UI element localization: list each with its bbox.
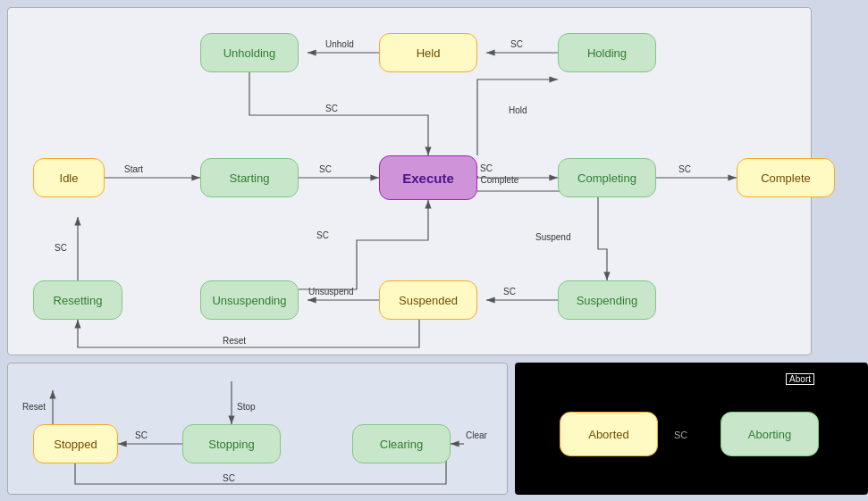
label-sc-unsuspending: SC [316,230,329,240]
label-sc-stopping: SC [135,430,147,440]
state-stopped: Stopped [33,424,118,463]
label-sc-unholding: SC [325,104,338,113]
state-aborted: Aborted [560,412,658,456]
label-clear: Clear [466,430,488,440]
main-diagram: Unhold SC SC Hold Start SC SC / Complete… [7,7,812,355]
bottom-left-diagram: Stop SC Reset SC Clear Stopped Stopping … [7,363,508,495]
state-clearing: Clearing [352,424,451,463]
state-holding: Holding [558,33,656,72]
abort-label: Abort [786,373,814,385]
state-unholding: Unholding [200,33,299,72]
state-completing: Completing [558,158,656,197]
label-sc-completing: SC [678,164,691,174]
label-sc-complete: SC [480,163,493,173]
label-unhold: Unhold [325,39,354,49]
state-suspended: Suspended [379,280,477,320]
label-sc-holding: SC [510,39,523,49]
state-unsuspending: Unsuspending [200,280,299,320]
state-stopping: Stopping [182,424,281,463]
label-unsuspend: Unsuspend [308,287,354,296]
state-complete: Complete [737,158,835,197]
state-starting: Starting [200,158,299,197]
label-reset-main: Reset [223,336,246,346]
label-hold: Hold [509,105,527,115]
label-sc-bottom: SC [223,473,235,483]
state-execute: Execute [379,155,477,200]
state-aborting: Aborting [721,412,819,456]
label-start: Start [124,164,143,174]
state-idle: Idle [33,158,105,197]
state-suspending: Suspending [558,280,656,320]
state-held: Held [379,33,477,72]
label-reset-stopped: Reset [22,402,46,412]
label-sc-aborted: SC [674,430,687,440]
label-suspend: Suspend [535,232,570,242]
label-stop: Stop [237,402,256,412]
state-resetting: Resetting [33,280,122,320]
label-sc-resetting: SC [55,243,67,253]
bottom-right-diagram: Abort SC Aborted Aborting [515,363,868,495]
label-sc-starting: SC [319,164,332,174]
label-complete-tr: / Complete [476,175,519,185]
label-sc-suspending: SC [503,287,516,296]
